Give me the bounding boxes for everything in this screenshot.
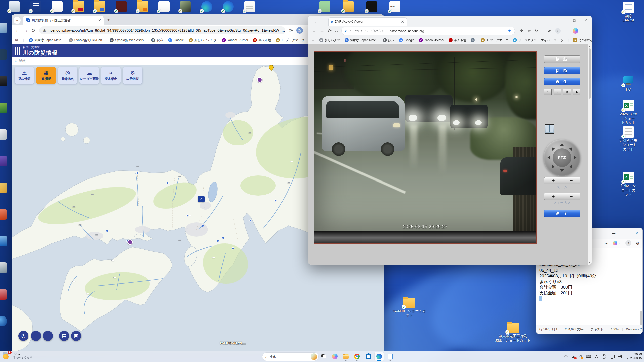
ptz-downright-arrow[interactable]	[569, 164, 574, 169]
bookmark-item[interactable]: ⚙ 設定	[151, 38, 163, 42]
bookmark-item[interactable]: ◍	[471, 38, 476, 42]
map-toolbar-button[interactable]: ▦ 観測所	[36, 67, 56, 84]
river-name-bubble[interactable]	[178, 176, 181, 177]
favorites-icon[interactable]: ☆	[527, 29, 531, 33]
extensions-icon[interactable]: ⚩	[289, 28, 293, 33]
desktop-icon[interactable]: ✓	[132, 1, 153, 12]
desktop-icon[interactable]: ✓	[196, 1, 217, 12]
onedrive-error-icon[interactable]: ☁✕	[572, 354, 575, 359]
selected-station-marker[interactable]: ⌂	[198, 196, 205, 202]
desktop-icon[interactable]	[0, 183, 7, 193]
play-button[interactable]: 再 生	[544, 78, 580, 85]
more-menu-icon[interactable]: ⋯	[565, 29, 569, 33]
purple-station-marker[interactable]	[257, 77, 262, 83]
legend-button[interactable]: ▤	[59, 331, 69, 341]
copilot-icon[interactable]	[573, 28, 578, 34]
new-tab-button[interactable]: +	[107, 17, 110, 23]
scroll-thumb[interactable]	[589, 48, 591, 99]
desktop-icon[interactable]	[0, 49, 7, 60]
bookmark-item[interactable]: S Synology QuickCon...	[69, 38, 105, 42]
widgets-weather-button[interactable]: 9 29°C 晴れのちくもり	[3, 352, 32, 360]
home-button[interactable]: ⌂	[335, 28, 338, 34]
settings-gear-icon[interactable]: ⚙	[636, 241, 639, 246]
desktop-icon[interactable]	[0, 156, 7, 166]
bookmark-item[interactable]: R 楽天市場	[253, 38, 271, 42]
river-name-bubble[interactable]	[287, 182, 290, 183]
zoom-out[interactable]: −	[570, 178, 573, 184]
desktop-icon[interactable]: ✓	[217, 1, 239, 12]
hidden-icons-chevron[interactable]	[564, 355, 568, 359]
workspaces-icon[interactable]	[312, 19, 316, 23]
map-toolbar-button[interactable]: ≈ 浸水想定	[101, 67, 121, 84]
favorite-star-icon[interactable]: ★	[508, 29, 511, 33]
purple-station-marker[interactable]	[127, 239, 133, 245]
apps-grid-icon[interactable]: ⊞	[15, 38, 18, 42]
focus-in[interactable]: +	[552, 194, 555, 199]
back-button[interactable]: ←	[15, 28, 20, 33]
profile-avatar[interactable]: あ	[296, 27, 303, 34]
river-name-bubble[interactable]	[136, 166, 139, 167]
map-toolbar-button[interactable]: ☁ レーダー雨量	[79, 67, 99, 84]
copilot-button[interactable]	[330, 352, 340, 361]
volume-icon[interactable]	[618, 355, 622, 358]
copilot-icon[interactable]	[613, 241, 617, 245]
forward-button[interactable]: →	[320, 28, 324, 34]
taskbar-search[interactable]: ⌕ 検索	[262, 352, 319, 361]
river-name-bubble[interactable]	[95, 234, 98, 235]
back-button[interactable]: ←	[312, 28, 316, 34]
desktop-icon[interactable]	[0, 23, 7, 33]
camera-video[interactable]: 2025-08-15 20:29:27	[314, 52, 536, 231]
river-name-bubble[interactable]	[72, 281, 75, 282]
channel-button[interactable]: 2	[554, 89, 561, 95]
desktop-icon[interactable]: ✓	[46, 1, 68, 12]
browser-tab[interactable]: 川の防災情報 - 国土交通省 ✕	[23, 16, 104, 25]
file-explorer-button[interactable]	[341, 352, 351, 361]
forward-button[interactable]: →	[23, 28, 28, 33]
zoom-control[interactable]: + −	[544, 177, 580, 184]
photo-layer-button[interactable]: ▣	[71, 331, 81, 341]
ptz-hub[interactable]: PTZ	[553, 148, 571, 167]
bookmark-item[interactable]: ◉ ソースネクスト マイページ	[513, 38, 556, 42]
map-toolbar-button[interactable]: ◎ 登録地点	[58, 67, 77, 84]
downloads-icon[interactable]: ↓	[542, 29, 544, 33]
edge-tab[interactable]: e DVR ActiveX Viewer ✕	[328, 17, 407, 26]
river-name-bubble[interactable]	[111, 260, 114, 261]
focus-control[interactable]: + −	[544, 193, 580, 200]
desktop-icon[interactable]: ✓	[383, 1, 407, 12]
edge-button[interactable]	[374, 352, 384, 361]
address-bar[interactable]: ◉ river.go.jp/kawabou/mb?zm=8&clat=34.99…	[39, 26, 285, 34]
maximize-button[interactable]: □	[569, 16, 580, 25]
store-button[interactable]	[363, 352, 373, 361]
bookmark-item[interactable]: R 楽天市場	[449, 38, 466, 42]
search-highlight-image[interactable]	[311, 353, 317, 360]
desktop-icon[interactable]	[0, 289, 7, 300]
reading-list-icon[interactable]: ⊟	[312, 38, 315, 42]
desktop-icon[interactable]	[0, 129, 7, 140]
ptz-upright-arrow[interactable]	[569, 146, 574, 151]
desktop-icon[interactable]	[0, 262, 7, 273]
desktop-icon[interactable]: ✓ 2025+.xlsx - ショー トカット	[619, 100, 637, 125]
minimize-button[interactable]: —	[557, 16, 569, 25]
desktop-icon[interactable]: ✓	[239, 1, 260, 12]
bookmark-item[interactable]: Y! Yahoo! JAPAN	[419, 38, 444, 42]
channel-button[interactable]: 1	[544, 89, 552, 95]
zoom-in[interactable]: +	[552, 178, 555, 184]
desktop-icon[interactable]: ✓	[153, 1, 175, 12]
account-icon[interactable]: ৪	[625, 240, 631, 246]
page-scrollbar[interactable]: ▲ ▼	[588, 44, 592, 265]
reload-button[interactable]: ⟳	[32, 28, 36, 33]
ptz-down-arrow[interactable]	[560, 169, 564, 172]
zoom-out-button[interactable]: −	[43, 331, 53, 341]
tab-search-chevron[interactable]: ⌄	[14, 17, 21, 24]
site-info-icon[interactable]: ◉	[43, 28, 46, 32]
desktop-folder-shortcut[interactable]: ✓ 無人販売不正行為 動画 - ショートカット	[494, 323, 532, 342]
bookmark-item[interactable]: 気 気象庁 Japan Mete...	[29, 38, 64, 42]
minimize-button[interactable]: —	[608, 228, 619, 238]
river-name-bubble[interactable]	[188, 215, 191, 216]
connect-button[interactable]: 接 続	[544, 55, 580, 63]
river-name-bubble[interactable]	[86, 293, 89, 294]
history-icon[interactable]: ↻	[535, 29, 538, 33]
ptz-right-arrow[interactable]	[574, 156, 577, 160]
taskbar-clock[interactable]: 20:29 2025/08/15	[627, 353, 642, 360]
multi-view-button[interactable]	[545, 124, 554, 134]
